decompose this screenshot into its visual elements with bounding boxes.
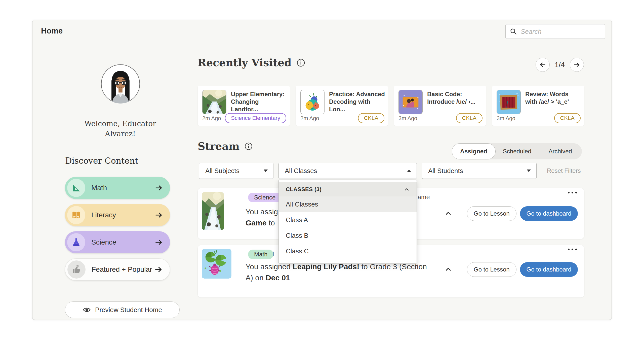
go-to-dashboard-button[interactable]: Go to dashboard	[520, 206, 578, 221]
go-to-lesson-button[interactable]: Go to Lesson	[467, 262, 516, 277]
chevron-up-icon	[407, 170, 411, 172]
recently-visited-header: Recently Visited	[198, 57, 305, 69]
assignment-link-fragment[interactable]: L	[272, 250, 276, 258]
sidebar-item-literacy[interactable]: Literacy	[65, 204, 170, 226]
dropdown-option-class-b[interactable]: Class B	[279, 228, 417, 243]
classes-dropdown-panel: CLASSES (3) All Classes Class A Class B …	[278, 180, 417, 264]
sidebar-item-label: Science	[91, 238, 116, 246]
lesson-thumbnail-reading	[398, 90, 423, 114]
sidebar-item-featured-popular[interactable]: Featured + Popular	[65, 258, 170, 281]
preview-button-label: Preview Student Home	[95, 306, 162, 314]
program-tag: Science Elementary	[225, 113, 286, 123]
chevron-down-icon	[264, 170, 268, 172]
discover-content-heading: Discover Content	[65, 156, 138, 166]
visited-time: 3m Ago	[398, 115, 417, 122]
lesson-title: Review: Words with /ae/ > 'a_e'	[525, 90, 581, 106]
preview-student-home-button[interactable]: Preview Student Home	[65, 301, 180, 318]
program-tag: CKLA	[456, 113, 482, 123]
assignment-link-fragment[interactable]: ame	[418, 193, 430, 201]
subjects-filter-select[interactable]: All Subjects	[199, 163, 273, 179]
subject-badge: Science	[248, 193, 281, 202]
recently-visited-card[interactable]: Practice: Advanced Decoding with Lon... …	[296, 86, 388, 126]
lesson-title: Basic Code: Introduce /ue/ ›...	[427, 90, 483, 106]
math-icon	[67, 179, 85, 197]
program-tag: CKLA	[358, 113, 384, 123]
tab-assigned[interactable]: Assigned	[452, 143, 496, 159]
carousel-next-button[interactable]	[570, 58, 584, 72]
science-icon	[67, 233, 85, 251]
literacy-icon	[67, 206, 85, 224]
visited-time: 2m Ago	[300, 115, 319, 122]
lesson-thumbnail-theater	[497, 90, 521, 114]
classes-dropdown-header[interactable]: CLASSES (3)	[279, 182, 417, 196]
arrow-right-icon	[154, 184, 163, 192]
avatar	[101, 64, 140, 104]
page-title: Home	[41, 26, 63, 36]
collapse-chevron-icon[interactable]	[444, 265, 452, 273]
sidebar-item-math[interactable]: Math	[65, 177, 170, 199]
subject-badge: Math	[248, 250, 273, 259]
students-filter-select[interactable]: All Students	[422, 163, 537, 179]
info-icon[interactable]	[297, 58, 305, 67]
go-to-lesson-button[interactable]: Go to Lesson	[467, 206, 516, 221]
tab-scheduled[interactable]: Scheduled	[496, 143, 539, 159]
recently-visited-card[interactable]: Review: Words with /ae/ > 'a_e' 3m Ago C…	[492, 86, 584, 126]
lesson-thumbnail-river	[202, 90, 226, 114]
chevron-down-icon	[527, 170, 531, 172]
visited-time: 3m Ago	[497, 115, 515, 122]
carousel-page-indicator: 1/4	[550, 61, 570, 69]
arrow-left-icon	[539, 61, 546, 68]
sidebar-item-science[interactable]: Science	[65, 231, 170, 253]
tab-archived[interactable]: Archived	[539, 143, 582, 159]
stream-title: Stream	[198, 140, 239, 152]
arrow-right-icon	[573, 61, 580, 68]
lesson-title: Upper Elementary: Changing Landfor...	[231, 90, 287, 113]
assignment-description: You assig Game to	[246, 206, 278, 228]
assignment-thumbnail-river	[202, 192, 224, 230]
assignment-description: You assigned Leaping Lily Pads! to Grade…	[246, 261, 427, 283]
sidebar-item-label: Math	[91, 184, 107, 192]
topbar: Home	[32, 20, 612, 43]
visited-time: 2m Ago	[202, 115, 221, 122]
more-options-icon[interactable]	[568, 249, 577, 250]
carousel-prev-button[interactable]	[536, 58, 550, 72]
lesson-thumbnail-animals	[300, 90, 325, 114]
arrow-right-icon	[154, 238, 163, 247]
eye-icon	[83, 306, 91, 314]
page-canvas: Home	[0, 0, 644, 338]
arrow-right-icon	[154, 265, 163, 274]
dropdown-option-class-a[interactable]: Class A	[279, 212, 417, 228]
recently-visited-card[interactable]: Upper Elementary: Changing Landfor... 2m…	[198, 86, 290, 126]
classes-filter-value: All Classes	[285, 167, 317, 175]
collapse-chevron-icon[interactable]	[444, 209, 452, 217]
search-icon	[510, 28, 517, 35]
app-window: Home	[32, 20, 612, 320]
dropdown-option-class-c[interactable]: Class C	[279, 243, 417, 259]
program-tag: CKLA	[554, 113, 581, 123]
recently-visited-title: Recently Visited	[198, 57, 292, 69]
recently-visited-card[interactable]: Basic Code: Introduce /ue/ ›... 3m Ago C…	[394, 86, 486, 126]
arrow-right-icon	[154, 211, 163, 219]
educator-avatar-illustration	[101, 64, 140, 104]
info-icon[interactable]	[245, 142, 253, 150]
dropdown-option-all-classes[interactable]: All Classes	[279, 196, 417, 212]
welcome-message: Welcome, Educator Alvarez!	[74, 119, 166, 139]
search-box[interactable]	[505, 24, 605, 39]
stream-tabs: Assigned Scheduled Archived	[452, 143, 582, 159]
subjects-filter-value: All Subjects	[205, 167, 239, 175]
sidebar-item-label: Literacy	[91, 211, 116, 219]
classes-filter-select[interactable]: All Classes	[278, 163, 417, 179]
more-options-icon[interactable]	[568, 192, 577, 193]
chevron-up-icon	[403, 186, 411, 193]
thumbs-up-icon	[67, 260, 86, 279]
reset-filters-button[interactable]: Reset Filters	[547, 167, 581, 174]
search-input[interactable]	[521, 28, 601, 36]
lesson-title: Practice: Advanced Decoding with Lon...	[329, 90, 385, 113]
students-filter-value: All Students	[428, 167, 463, 175]
sidebar-item-label: Featured + Popular	[92, 265, 152, 274]
sidebar-divider	[65, 149, 176, 149]
assignment-thumbnail-lily-pads	[202, 249, 231, 279]
stream-header: Stream	[198, 140, 253, 152]
go-to-dashboard-button[interactable]: Go to dashboard	[520, 262, 578, 277]
